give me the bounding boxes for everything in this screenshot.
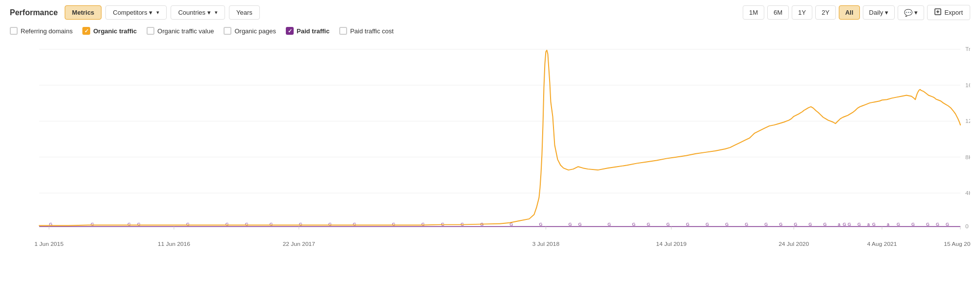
svg-text:G: G xyxy=(843,222,846,227)
svg-text:a: a xyxy=(838,222,840,227)
daily-dropdown[interactable]: Daily ▾ xyxy=(863,5,895,20)
organic-traffic-checkbox[interactable]: ✓ xyxy=(82,27,90,35)
x-label-2018: 3 Jul 2018 xyxy=(532,241,560,247)
svg-text:G: G xyxy=(946,222,949,227)
y-label-0: 0 xyxy=(965,223,969,230)
x-label-2016: 11 Jun 2016 xyxy=(158,241,190,247)
chevron-down-icon: ▾ xyxy=(207,9,211,16)
organic-pages-label: Organic pages xyxy=(234,27,276,35)
paid-traffic-label: Paid traffic xyxy=(297,27,329,35)
comment-icon: 💬 xyxy=(904,9,912,17)
organic-pages-checkbox[interactable] xyxy=(224,27,231,35)
page-title: Performance xyxy=(10,8,58,17)
svg-text:G: G xyxy=(270,222,273,227)
svg-text:G: G xyxy=(127,222,131,227)
svg-text:G: G xyxy=(539,222,542,227)
svg-text:G: G xyxy=(705,222,709,227)
svg-text:G: G xyxy=(872,222,876,227)
range-1y-button[interactable]: 1Y xyxy=(792,5,812,20)
paid-traffic-checkbox[interactable]: ✓ xyxy=(286,27,294,35)
metric-paid-traffic-cost[interactable]: Paid traffic cost xyxy=(339,27,394,35)
y-label-4k: 4K xyxy=(965,190,970,196)
svg-text:G: G xyxy=(764,222,768,227)
svg-text:G: G xyxy=(686,222,689,227)
svg-text:G: G xyxy=(353,222,356,227)
export-icon xyxy=(934,8,941,17)
metric-paid-traffic[interactable]: ✓ Paid traffic xyxy=(286,27,329,35)
range-all-button[interactable]: All xyxy=(839,5,860,20)
svg-text:a: a xyxy=(867,222,870,227)
range-6m-button[interactable]: 6M xyxy=(767,5,789,20)
svg-text:a: a xyxy=(887,222,889,227)
organic-traffic-line xyxy=(39,50,960,226)
y-label-16k: 16K xyxy=(965,82,970,89)
y-label-traffic: Traffic xyxy=(965,46,970,53)
countries-dropdown[interactable]: Countries ▾ xyxy=(171,5,225,20)
svg-text:G: G xyxy=(245,222,249,227)
x-label-2020: 24 Jul 2020 xyxy=(779,241,809,247)
comment-button[interactable]: 💬 ▾ xyxy=(898,5,924,20)
chevron-down-icon: ▾ xyxy=(885,9,888,16)
metric-referring-domains[interactable]: Referring domains xyxy=(10,27,73,35)
y-label-12k: 12K xyxy=(965,118,970,124)
svg-text:G: G xyxy=(897,222,900,227)
range-2y-button[interactable]: 2Y xyxy=(815,5,836,20)
svg-text:G: G xyxy=(137,222,141,227)
svg-text:G: G xyxy=(666,222,670,227)
svg-text:G: G xyxy=(725,222,729,227)
svg-text:G: G xyxy=(911,222,915,227)
svg-text:G: G xyxy=(647,222,650,227)
svg-text:G: G xyxy=(91,222,94,227)
x-label-2021: 4 Aug 2021 xyxy=(867,241,897,247)
x-label-2022: 15 Aug 2022 xyxy=(944,241,970,247)
organic-traffic-value-checkbox[interactable] xyxy=(147,27,154,35)
svg-text:G: G xyxy=(823,222,827,227)
referring-domains-checkbox[interactable] xyxy=(10,27,18,35)
years-button[interactable]: Years xyxy=(229,5,260,20)
organic-traffic-label: Organic traffic xyxy=(93,27,137,35)
svg-text:G: G xyxy=(578,222,581,227)
svg-text:G: G xyxy=(632,222,635,227)
chevron-down-icon: ▾ xyxy=(914,9,918,16)
metric-organic-traffic-value[interactable]: Organic traffic value xyxy=(147,27,214,35)
svg-text:G: G xyxy=(779,222,782,227)
svg-text:G: G xyxy=(745,222,748,227)
svg-text:G: G xyxy=(936,222,939,227)
paid-traffic-cost-checkbox[interactable] xyxy=(339,27,347,35)
competitors-dropdown[interactable]: Competitors ▾ xyxy=(105,5,167,20)
svg-text:G: G xyxy=(808,222,812,227)
svg-text:G: G xyxy=(422,222,425,227)
svg-text:G: G xyxy=(926,222,930,227)
x-label-2015: 1 Jun 2015 xyxy=(34,241,64,247)
svg-text:G: G xyxy=(607,222,611,227)
svg-text:G: G xyxy=(186,222,190,227)
paid-traffic-cost-label: Paid traffic cost xyxy=(350,27,394,35)
metrics-button[interactable]: Metrics xyxy=(65,5,102,20)
organic-traffic-value-label: Organic traffic value xyxy=(157,27,214,35)
svg-text:G: G xyxy=(392,222,396,227)
export-button[interactable]: Export xyxy=(927,5,970,20)
referring-domains-label: Referring domains xyxy=(21,27,73,35)
svg-text:G: G xyxy=(857,222,861,227)
svg-text:G: G xyxy=(299,222,302,227)
chevron-down-icon: ▾ xyxy=(149,9,152,16)
x-label-2017: 22 Jun 2017 xyxy=(283,241,315,247)
svg-text:G: G xyxy=(568,222,572,227)
svg-text:G: G xyxy=(848,222,851,227)
svg-text:G: G xyxy=(328,222,332,227)
svg-text:G: G xyxy=(441,222,445,227)
chart-area: Traffic 16K 12K 8K 4K 0 G G G G G G G G … xyxy=(10,40,970,260)
svg-text:G: G xyxy=(226,222,229,227)
svg-text:G: G xyxy=(794,222,797,227)
metric-organic-pages[interactable]: Organic pages xyxy=(224,27,276,35)
y-label-8k: 8K xyxy=(965,154,970,161)
range-1m-button[interactable]: 1M xyxy=(743,5,764,20)
x-label-2019: 14 Jul 2019 xyxy=(656,241,686,247)
metric-organic-traffic[interactable]: ✓ Organic traffic xyxy=(82,27,137,35)
